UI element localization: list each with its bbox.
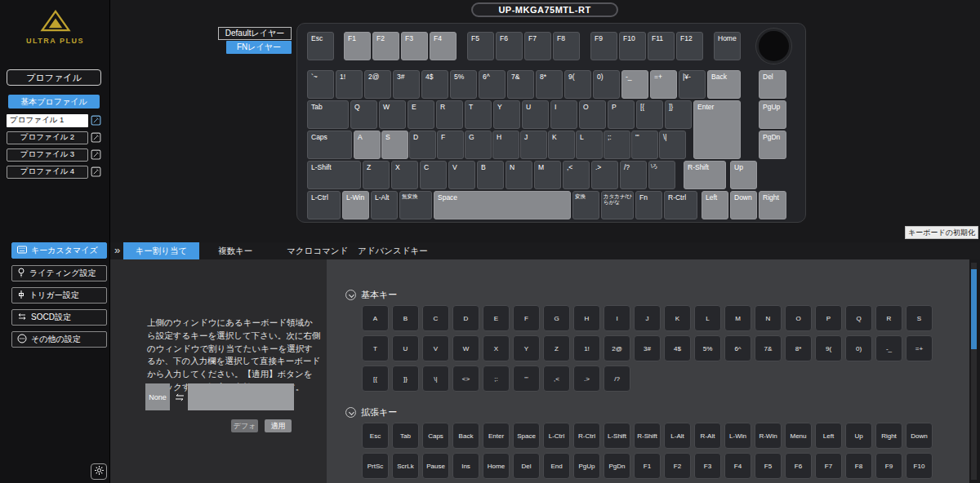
palette-key-L[interactable]: L <box>694 305 721 331</box>
keyboard-key-M[interactable]: M <box>534 161 561 189</box>
keyboard-key-0)[interactable]: 0) <box>593 70 620 99</box>
keyboard-key-F4[interactable]: F4 <box>430 32 457 60</box>
keyboard-key-7&[interactable]: 7& <box>507 70 534 99</box>
keyboard-key-G[interactable]: G <box>465 131 492 159</box>
sidebar-item-lighting[interactable]: ライティング設定 <box>11 265 107 281</box>
palette-key-B[interactable]: B <box>392 305 419 331</box>
palette-key-J[interactable]: J <box>634 305 661 331</box>
palette-key-/?[interactable]: /? <box>604 366 630 392</box>
keyboard-key-R-Ctrl[interactable]: R-Ctrl <box>664 191 697 219</box>
keyboard-key-F7[interactable]: F7 <box>524 32 551 60</box>
default-button[interactable]: デフォ <box>231 419 258 432</box>
palette-key-F6[interactable]: F6 <box>785 453 812 479</box>
palette-key-1![interactable]: 1! <box>573 335 600 361</box>
palette-key-]}[interactable]: ]} <box>392 366 419 392</box>
keyboard-key-F3[interactable]: F3 <box>401 32 428 60</box>
layer-tab-fn[interactable]: FNレイヤー <box>226 41 292 54</box>
keyboard-key-Y[interactable]: Y <box>493 100 520 129</box>
palette-key-R-Win[interactable]: R-Win <box>755 423 782 449</box>
palette-key-F8[interactable]: F8 <box>845 453 872 479</box>
palette-key-Down[interactable]: Down <box>906 423 933 449</box>
keyboard-key-L-Ctrl[interactable]: L-Ctrl <box>307 191 341 219</box>
profile-4-button[interactable]: プロファイル 4 <box>7 166 88 179</box>
palette-key-L-Shift[interactable]: L-Shift <box>604 423 630 449</box>
keyboard-key-Space[interactable]: Space <box>434 191 571 219</box>
palette-key-F2[interactable]: F2 <box>664 453 691 479</box>
keyboard-key-Enter[interactable]: Enter <box>693 100 741 159</box>
palette-key-Ins[interactable]: Ins <box>452 453 479 479</box>
keyboard-key-N[interactable]: N <box>506 161 532 189</box>
palette-key-C[interactable]: C <box>422 305 449 331</box>
keyboard-key-Del[interactable]: Del <box>759 70 786 99</box>
keyboard-key-S[interactable]: S <box>381 131 408 159</box>
edit-profile-icon[interactable] <box>91 132 101 143</box>
keyboard-key-L-Win[interactable]: L-Win <box>342 191 369 219</box>
keyboard-key-F1[interactable]: F1 <box>344 32 371 60</box>
keyboard-key-/?[interactable]: /? <box>620 161 647 189</box>
palette-key-8*[interactable]: 8* <box>785 335 812 361</box>
key-input-field[interactable] <box>188 383 294 410</box>
keyboard-key-L[interactable]: L <box>576 131 603 159</box>
palette-key-F10[interactable]: F10 <box>906 453 933 479</box>
sidebar-item-other-settings[interactable]: その他の設定 <box>11 331 107 348</box>
palette-key-G[interactable]: G <box>543 305 570 331</box>
palette-key-F7[interactable]: F7 <box>815 453 842 479</box>
keyboard-key-変換[interactable]: 変換 <box>572 191 599 219</box>
settings-gear-button[interactable] <box>91 463 107 480</box>
keyboard-key-A[interactable]: A <box>354 131 381 159</box>
keyboard-key-Left[interactable]: Left <box>702 191 728 219</box>
source-key-box[interactable]: None <box>145 383 170 410</box>
scrollbar-thumb[interactable] <box>971 269 977 349</box>
keyboard-key-L-Alt[interactable]: L-Alt <box>371 191 398 219</box>
palette-key-=+[interactable]: =+ <box>906 335 933 361</box>
palette-key-7&[interactable]: 7& <box>755 335 782 361</box>
palette-key-R-Ctrl[interactable]: R-Ctrl <box>573 423 600 449</box>
keyboard-key-R[interactable]: R <box>436 100 463 129</box>
palette-key-R-Alt[interactable]: R-Alt <box>694 423 721 449</box>
palette-key-Left[interactable]: Left <box>815 423 842 449</box>
scrollbar-track[interactable] <box>971 263 977 480</box>
keyboard-key-Up[interactable]: Up <box>730 161 757 189</box>
keyboard-key-Right[interactable]: Right <box>759 191 786 219</box>
palette-key-Enter[interactable]: Enter <box>483 423 510 449</box>
collapse-chevrons-icon[interactable]: » <box>114 244 120 256</box>
keyboard-key-Q[interactable]: Q <box>350 100 377 129</box>
palette-key-3#[interactable]: 3# <box>634 335 661 361</box>
tab-macro-command[interactable]: マクロコマンド <box>282 242 353 259</box>
tab-key-assign[interactable]: キー割り当て <box>123 242 199 259</box>
keyboard-key-Tab[interactable]: Tab <box>307 100 349 129</box>
keyboard-key-,<[interactable]: ,< <box>563 161 590 189</box>
keyboard-key-F9[interactable]: F9 <box>590 32 617 60</box>
keyboard-key-T[interactable]: T <box>465 100 492 129</box>
base-profile-button[interactable]: 基本プロファイル <box>8 95 100 109</box>
palette-key-Up[interactable]: Up <box>845 423 872 449</box>
keyboard-key-Z[interactable]: Z <box>363 161 390 189</box>
palette-key-Menu[interactable]: Menu <box>785 423 812 449</box>
keyboard-key-F11[interactable]: F11 <box>648 32 675 60</box>
keyboard-key-F5[interactable]: F5 <box>467 32 494 60</box>
keyboard-key-J[interactable]: J <box>520 131 547 159</box>
palette-key-O[interactable]: O <box>785 305 812 331</box>
palette-key-L-Alt[interactable]: L-Alt <box>664 423 691 449</box>
palette-key-R-Shift[interactable]: R-Shift <box>634 423 661 449</box>
sidebar-item-socd[interactable]: SOCD設定 <box>11 309 107 326</box>
keyboard-key-W[interactable]: W <box>379 100 406 129</box>
keyboard-key-F2[interactable]: F2 <box>372 32 399 60</box>
tab-multi-key[interactable]: 複数キー <box>213 242 257 259</box>
palette-key-Q[interactable]: Q <box>845 305 872 331</box>
edit-profile-icon[interactable] <box>91 149 101 160</box>
keyboard-key-|¥-[interactable]: |¥- <box>679 70 706 99</box>
palette-key-"'[interactable]: "' <box>513 366 540 392</box>
profile-1-name-input[interactable]: プロファイル 1 <box>7 114 88 127</box>
palette-key-E[interactable]: E <box>483 305 510 331</box>
palette-key-X[interactable]: X <box>483 335 510 361</box>
palette-key-H[interactable]: H <box>573 305 600 331</box>
palette-key-S[interactable]: S <box>906 305 933 331</box>
keyboard-key-E[interactable]: E <box>408 100 434 129</box>
keyboard-key-Down[interactable]: Down <box>730 191 757 219</box>
keyboard-key-D[interactable]: D <box>409 131 436 159</box>
keyboard-key-`~[interactable]: `~ <box>307 70 334 99</box>
palette-key-\|[interactable]: \| <box>422 366 449 392</box>
keyboard-key-9([interactable]: 9( <box>564 70 591 99</box>
palette-key-R[interactable]: R <box>875 305 902 331</box>
